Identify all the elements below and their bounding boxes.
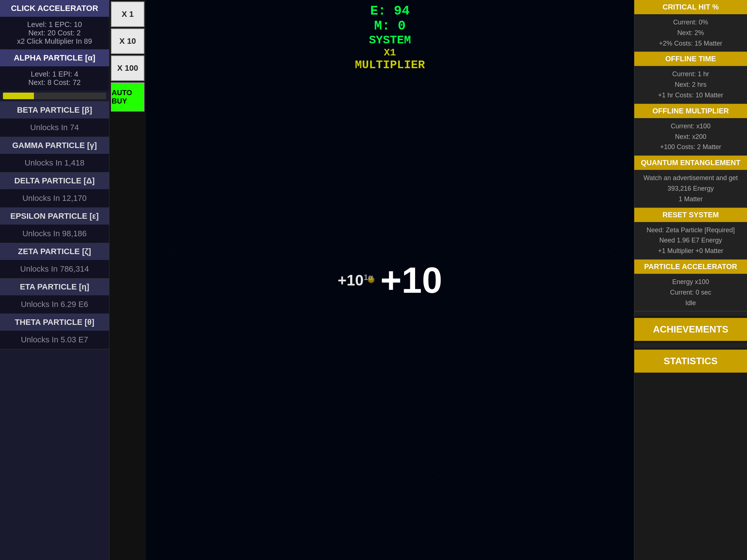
- right-header-offline-time: OFFLINE TIME: [634, 52, 747, 66]
- upgrade-section-zeta-particle[interactable]: ZETA PARTICLE [ζ]Unlocks In 786,314: [0, 243, 109, 279]
- left-panel: CLICK ACCELERATORLevel: 1 EPC: 10Next: 2…: [0, 0, 109, 560]
- right-section-offline-multiplier: OFFLINE MULTIPLIERCurrent: x100Next: x20…: [634, 104, 747, 156]
- right-section-particle-accelerator: PARTICLE ACCELERATOREnergy x100Current: …: [634, 260, 747, 311]
- hud-system: SYSTEM: [355, 34, 425, 47]
- upgrade-header-eta-particle: ETA PARTICLE [η]: [0, 279, 109, 295]
- multiplier-panel: X 1X 10X 100AUTO BUY: [109, 0, 146, 560]
- right-body-reset-system: Need: Zeta Particle [Required]Need 1.96 …: [634, 222, 747, 259]
- upgrade-body-click-accelerator: Level: 1 EPC: 10Next: 20 Cost: 2x2 Click…: [0, 17, 109, 49]
- right-header-critical-hit: CRITICAL HIT %: [634, 0, 747, 14]
- unlock-text-eta-particle: Unlocks In 6.29 E6: [0, 295, 109, 314]
- upgrade-header-alpha-particle: ALPHA PARTICLE [α]: [0, 50, 109, 66]
- upgrade-header-theta-particle: THETA PARTICLE [θ]: [0, 314, 109, 331]
- upgrade-header-epsilon-particle: EPSILON PARTICLE [ε]: [0, 208, 109, 225]
- unlock-text-delta-particle: Unlocks In 12,170: [0, 189, 109, 207]
- upgrade-section-eta-particle[interactable]: ETA PARTICLE [η]Unlocks In 6.29 E6: [0, 279, 109, 314]
- right-header-offline-multiplier: OFFLINE MULTIPLIER: [634, 104, 747, 118]
- hud-x1: X1: [355, 47, 425, 58]
- unlock-text-epsilon-particle: Unlocks In 98,186: [0, 225, 109, 243]
- upgrade-section-epsilon-particle[interactable]: EPSILON PARTICLE [ε]Unlocks In 98,186: [0, 208, 109, 243]
- center-panel[interactable]: E: 94 M: 0 SYSTEM X1 MULTIPLIER +101α +1…: [146, 0, 634, 560]
- multiplier-btn-x10[interactable]: X 10: [111, 28, 144, 54]
- right-body-particle-accelerator: Energy x100Current: 0 secIdle: [634, 274, 747, 311]
- progress-bar-alpha-particle: [3, 93, 106, 99]
- unlock-text-theta-particle: Unlocks In 5.03 E7: [0, 331, 109, 349]
- right-body-offline-time: Current: 1 hrNext: 2 hrs+1 hr Costs: 10 …: [634, 66, 747, 103]
- hud-multiplier: MULTIPLIER: [355, 58, 425, 72]
- statistics-button[interactable]: STATISTICS: [634, 350, 747, 373]
- click-small-effect: +101α: [338, 271, 373, 289]
- unlock-text-gamma-particle: Unlocks In 1,418: [0, 154, 109, 172]
- right-section-offline-time: OFFLINE TIMECurrent: 1 hrNext: 2 hrs+1 h…: [634, 52, 747, 104]
- hud-energy: E: 94: [355, 4, 425, 19]
- right-header-quantum-entanglement: QUANTUM ENTANGLEMENT: [634, 156, 747, 170]
- upgrade-section-click-accelerator[interactable]: CLICK ACCELERATORLevel: 1 EPC: 10Next: 2…: [0, 0, 109, 50]
- right-section-reset-system: RESET SYSTEMNeed: Zeta Particle [Require…: [634, 208, 747, 260]
- upgrade-header-delta-particle: DELTA PARTICLE [Δ]: [0, 172, 109, 189]
- right-header-reset-system: RESET SYSTEM: [634, 208, 747, 222]
- upgrade-section-theta-particle[interactable]: THETA PARTICLE [θ]Unlocks In 5.03 E7: [0, 314, 109, 349]
- upgrade-header-click-accelerator: CLICK ACCELERATOR: [0, 0, 109, 17]
- upgrade-section-gamma-particle[interactable]: GAMMA PARTICLE [γ]Unlocks In 1,418: [0, 137, 109, 172]
- upgrade-section-delta-particle[interactable]: DELTA PARTICLE [Δ]Unlocks In 12,170: [0, 172, 109, 208]
- unlock-text-beta-particle: Unlocks In 74: [0, 118, 109, 137]
- upgrade-header-gamma-particle: GAMMA PARTICLE [γ]: [0, 137, 109, 154]
- right-section-critical-hit: CRITICAL HIT %Current: 0%Next: 2%+2% Cos…: [634, 0, 747, 52]
- right-body-quantum-entanglement: Watch an advertisement and get393,216 En…: [634, 170, 747, 207]
- center-hud: E: 94 M: 0 SYSTEM X1 MULTIPLIER: [355, 0, 425, 72]
- click-effects: +101α +10: [338, 259, 442, 301]
- achievements-button[interactable]: ACHIEVEMENTS: [634, 318, 747, 341]
- multiplier-btn-auto[interactable]: AUTO BUY: [111, 82, 144, 112]
- upgrade-header-beta-particle: BETA PARTICLE [β]: [0, 102, 109, 118]
- multiplier-btn-x100[interactable]: X 100: [111, 55, 144, 81]
- right-panel: CRITICAL HIT %Current: 0%Next: 2%+2% Cos…: [634, 0, 747, 560]
- click-large-effect: +10: [380, 259, 442, 301]
- upgrade-section-beta-particle[interactable]: BETA PARTICLE [β]Unlocks In 74: [0, 102, 109, 137]
- right-header-particle-accelerator: PARTICLE ACCELERATOR: [634, 260, 747, 274]
- unlock-text-zeta-particle: Unlocks In 786,314: [0, 260, 109, 278]
- right-body-offline-multiplier: Current: x100Next: x200+100 Costs: 2 Mat…: [634, 118, 747, 155]
- right-body-critical-hit: Current: 0%Next: 2%+2% Costs: 15 Matter: [634, 14, 747, 51]
- upgrade-body-alpha-particle: Level: 1 EPI: 4Next: 8 Cost: 72: [0, 66, 109, 90]
- upgrade-section-alpha-particle[interactable]: ALPHA PARTICLE [α]Level: 1 EPI: 4Next: 8…: [0, 50, 109, 102]
- upgrade-header-zeta-particle: ZETA PARTICLE [ζ]: [0, 243, 109, 260]
- right-section-quantum-entanglement[interactable]: QUANTUM ENTANGLEMENTWatch an advertiseme…: [634, 156, 747, 207]
- hud-matter: M: 0: [355, 19, 425, 34]
- multiplier-btn-x1[interactable]: X 1: [111, 1, 144, 27]
